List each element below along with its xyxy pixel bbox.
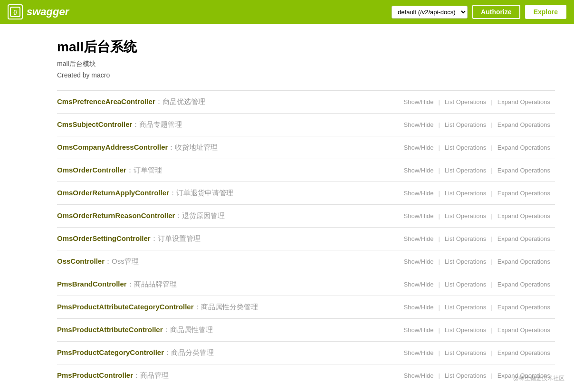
- controller-description: ：收货地址管理: [168, 143, 218, 151]
- controller-item: OmsOrderReturnReasonController：退货原因管理Sho…: [57, 205, 555, 228]
- controller-description: ：Oss管理: [105, 257, 139, 265]
- expand-operations-link[interactable]: Expand Operations: [493, 144, 555, 151]
- list-operations-link[interactable]: List Operations: [440, 235, 491, 242]
- show-hide-link[interactable]: Show/Hide: [399, 212, 439, 220]
- controller-name: OmsOrderController：订单管理: [57, 166, 399, 175]
- controller-description: ：商品优选管理: [155, 97, 205, 105]
- expand-operations-link[interactable]: Expand Operations: [493, 281, 555, 288]
- show-hide-link[interactable]: Show/Hide: [399, 281, 439, 288]
- show-hide-link[interactable]: Show/Hide: [399, 98, 439, 105]
- controller-actions: Show/Hide|List Operations|Expand Operati…: [399, 144, 555, 151]
- list-operations-link[interactable]: List Operations: [440, 121, 491, 128]
- controller-actions: Show/Hide|List Operations|Expand Operati…: [399, 98, 555, 105]
- controller-name: OmsOrderSettingController：订单设置管理: [57, 234, 399, 243]
- list-operations-link[interactable]: List Operations: [440, 212, 491, 220]
- page-title: mall后台系统: [57, 38, 555, 56]
- watermark: @稀土掘金技术社区: [513, 374, 564, 382]
- list-operations-link[interactable]: List Operations: [440, 281, 491, 288]
- controller-item: OmsOrderReturnApplyController：订单退货申请管理Sh…: [57, 182, 555, 205]
- controller-description: ：商品属性管理: [163, 325, 213, 334]
- controller-actions: Show/Hide|List Operations|Expand Operati…: [399, 349, 555, 356]
- list-operations-link[interactable]: List Operations: [440, 190, 491, 197]
- controller-actions: Show/Hide|List Operations|Expand Operati…: [399, 212, 555, 220]
- expand-operations-link[interactable]: Expand Operations: [493, 326, 555, 334]
- show-hide-link[interactable]: Show/Hide: [399, 372, 439, 379]
- controller-name: OssController：Oss管理: [57, 257, 399, 266]
- show-hide-link[interactable]: Show/Hide: [399, 190, 439, 197]
- controller-bold-name: OmsCompanyAddressController: [57, 143, 168, 151]
- show-hide-link[interactable]: Show/Hide: [399, 258, 439, 265]
- controller-list: CmsPrefrenceAreaController：商品优选管理Show/Hi…: [57, 90, 555, 392]
- list-operations-link[interactable]: List Operations: [440, 349, 491, 356]
- show-hide-link[interactable]: Show/Hide: [399, 304, 439, 311]
- controller-name: OmsOrderReturnApplyController：订单退货申请管理: [57, 189, 399, 198]
- controller-item: PmsProductController：商品管理Show/Hide|List …: [57, 364, 555, 387]
- controller-name: OmsCompanyAddressController：收货地址管理: [57, 143, 399, 152]
- controller-name: PmsProductController：商品管理: [57, 371, 399, 380]
- list-operations-link[interactable]: List Operations: [440, 144, 491, 151]
- controller-actions: Show/Hide|List Operations|Expand Operati…: [399, 258, 555, 265]
- controller-item: PmsBrandController：商品品牌管理Show/Hide|List …: [57, 273, 555, 296]
- controller-description: ：商品专题管理: [132, 120, 182, 128]
- controller-bold-name: CmsPrefrenceAreaController: [57, 97, 155, 105]
- controller-name: PmsProductAttributeCategoryController：商品…: [57, 303, 399, 312]
- controller-bold-name: OmsOrderSettingController: [57, 234, 151, 242]
- show-hide-link[interactable]: Show/Hide: [399, 144, 439, 151]
- controller-description: ：订单设置管理: [151, 234, 201, 242]
- controller-name: PmsProductCategoryController：商品分类管理: [57, 348, 399, 357]
- controller-item: OmsCompanyAddressController：收货地址管理Show/H…: [57, 136, 555, 159]
- controller-bold-name: PmsBrandController: [57, 280, 127, 288]
- controller-item: OssController：Oss管理Show/Hide|List Operat…: [57, 250, 555, 273]
- show-hide-link[interactable]: Show/Hide: [399, 121, 439, 128]
- controller-bold-name: OmsOrderController: [57, 166, 126, 174]
- expand-operations-link[interactable]: Expand Operations: [493, 212, 555, 220]
- explore-button[interactable]: Explore: [525, 5, 566, 19]
- show-hide-link[interactable]: Show/Hide: [399, 167, 439, 174]
- show-hide-link[interactable]: Show/Hide: [399, 235, 439, 242]
- header-actions: default (/v2/api-docs) Authorize Explore: [392, 5, 566, 19]
- controller-item: PmsProductAttributeController：商品属性管理Show…: [57, 319, 555, 342]
- expand-operations-link[interactable]: Expand Operations: [493, 258, 555, 265]
- logo-text: swagger: [27, 6, 69, 18]
- expand-operations-link[interactable]: Expand Operations: [493, 235, 555, 242]
- api-select[interactable]: default (/v2/api-docs): [392, 6, 468, 19]
- list-operations-link[interactable]: List Operations: [440, 326, 491, 334]
- controller-bold-name: OmsOrderReturnReasonController: [57, 211, 175, 220]
- controller-bold-name: PmsProductController: [57, 371, 133, 379]
- expand-operations-link[interactable]: Expand Operations: [493, 167, 555, 174]
- expand-operations-link[interactable]: Expand Operations: [493, 190, 555, 197]
- controller-bold-name: OmsOrderReturnApplyController: [57, 189, 169, 197]
- list-operations-link[interactable]: List Operations: [440, 304, 491, 311]
- show-hide-link[interactable]: Show/Hide: [399, 326, 439, 334]
- authorize-button[interactable]: Authorize: [472, 5, 520, 19]
- controller-item: PmsSkuStockController：sku商品库存管理Show/Hide…: [57, 387, 555, 392]
- controller-description: ：订单退货申请管理: [169, 189, 233, 197]
- header: {} swagger default (/v2/api-docs) Author…: [0, 0, 574, 24]
- expand-operations-link[interactable]: Expand Operations: [493, 98, 555, 105]
- list-operations-link[interactable]: List Operations: [440, 98, 491, 105]
- controller-name: CmsPrefrenceAreaController：商品优选管理: [57, 97, 399, 106]
- controller-actions: Show/Hide|List Operations|Expand Operati…: [399, 235, 555, 242]
- list-operations-link[interactable]: List Operations: [440, 258, 491, 265]
- svg-text:{}: {}: [13, 10, 17, 15]
- controller-description: ：商品属性分类管理: [194, 303, 258, 311]
- controller-description: ：商品品牌管理: [127, 280, 177, 288]
- controller-description: ：订单管理: [126, 166, 162, 174]
- controller-bold-name: OssController: [57, 257, 105, 265]
- controller-item: CmsSubjectController：商品专题管理Show/Hide|Lis…: [57, 114, 555, 136]
- expand-operations-link[interactable]: Expand Operations: [493, 121, 555, 128]
- controller-actions: Show/Hide|List Operations|Expand Operati…: [399, 167, 555, 174]
- list-operations-link[interactable]: List Operations: [440, 372, 491, 379]
- controller-bold-name: CmsSubjectController: [57, 120, 132, 128]
- main-content: mall后台系统 mall后台模块 Created by macro CmsPr…: [0, 24, 574, 392]
- controller-actions: Show/Hide|List Operations|Expand Operati…: [399, 121, 555, 128]
- list-operations-link[interactable]: List Operations: [440, 167, 491, 174]
- expand-operations-link[interactable]: Expand Operations: [493, 349, 555, 356]
- controller-actions: Show/Hide|List Operations|Expand Operati…: [399, 190, 555, 197]
- controller-name: CmsSubjectController：商品专题管理: [57, 120, 399, 129]
- page-subtitle: mall后台模块: [57, 60, 555, 68]
- expand-operations-link[interactable]: Expand Operations: [493, 304, 555, 311]
- show-hide-link[interactable]: Show/Hide: [399, 349, 439, 356]
- controller-description: ：商品管理: [133, 371, 169, 379]
- controller-bold-name: PmsProductAttributeController: [57, 325, 163, 334]
